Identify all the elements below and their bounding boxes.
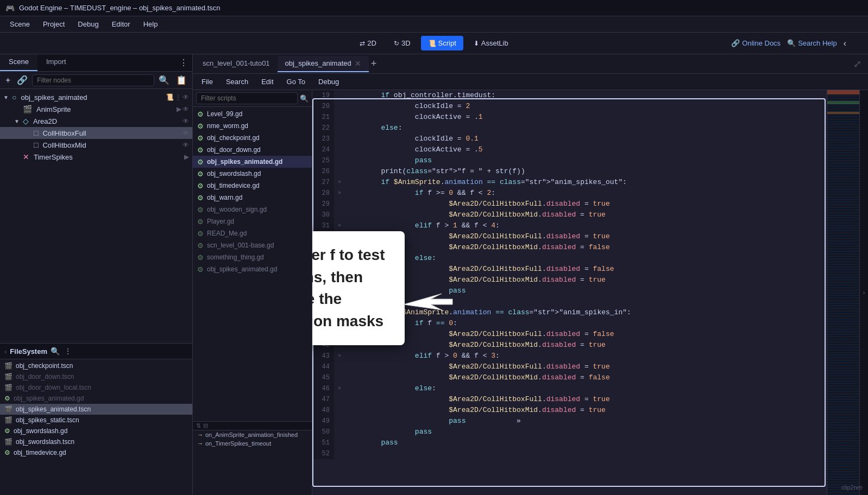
link-node-button[interactable]: 🔗 bbox=[15, 74, 30, 86]
line-content[interactable]: $Area2D/CollHitboxFull.disabled = false bbox=[345, 329, 827, 340]
line-content[interactable]: pass bbox=[345, 285, 827, 296]
line-content[interactable]: print(class="str">"f = " + str(f)) bbox=[345, 166, 827, 177]
search-nodes-button[interactable]: 🔍 bbox=[156, 74, 172, 86]
minimap[interactable] bbox=[827, 90, 859, 495]
search-help-button[interactable]: 🔍 Search Help bbox=[787, 39, 837, 47]
line-content[interactable]: $Area2D/CollHitboxFull.disabled = true bbox=[345, 394, 827, 405]
line-fold-indicator[interactable]: » bbox=[334, 318, 345, 329]
file-item-obj-timedevice-gd[interactable]: ⚙ obj_timedevice.gd bbox=[0, 447, 192, 458]
menu-debug[interactable]: Debug bbox=[72, 18, 104, 30]
line-fold-indicator[interactable] bbox=[334, 112, 345, 123]
script-item-obj-wooden-sign[interactable]: ⚙ obj_wooden_sign.gd bbox=[193, 204, 312, 215]
line-content[interactable]: $Area2D/CollHitboxMid.disabled = true bbox=[345, 340, 827, 351]
line-fold-indicator[interactable] bbox=[334, 437, 345, 448]
line-content[interactable]: pass bbox=[345, 427, 827, 437]
line-fold-indicator[interactable] bbox=[334, 340, 345, 351]
line-fold-indicator[interactable] bbox=[334, 242, 345, 253]
code-view[interactable]: 19 if obj_controller.timedust:20 clockId… bbox=[312, 90, 827, 495]
menu-project[interactable]: Project bbox=[37, 18, 70, 30]
tree-arrow-collapse[interactable]: ▼ bbox=[3, 94, 10, 100]
script-item-scn-level-base[interactable]: ⚙ scn_level_001-base.gd bbox=[193, 239, 312, 251]
line-fold-indicator[interactable]: » bbox=[334, 383, 345, 394]
line-fold-indicator[interactable] bbox=[334, 394, 345, 405]
script-filter-input[interactable] bbox=[196, 92, 298, 104]
assetlib-button[interactable]: ⬇ AssetLib bbox=[467, 36, 515, 50]
line-content[interactable]: elif f > 0 && f < 3: bbox=[345, 351, 827, 361]
menu-editor[interactable]: Editor bbox=[106, 18, 136, 30]
tree-item-area2d[interactable]: ▼ ◇ Area2D 👁 bbox=[0, 115, 192, 127]
tab-scn-level-001[interactable]: scn_level_001-tuto01 bbox=[195, 56, 278, 72]
file-item-obj-swordslash-gd[interactable]: ⚙ obj_swordslash.gd bbox=[0, 426, 192, 436]
line-content[interactable]: if f >= 0 && f < 2: bbox=[345, 188, 827, 199]
script-item-obj-swordslash[interactable]: ⚙ obj_swordslash.gd bbox=[193, 168, 312, 180]
2d-button[interactable]: ⇄ 2D bbox=[353, 36, 383, 50]
line-fold-indicator[interactable] bbox=[334, 123, 345, 134]
tab-import[interactable]: Import bbox=[37, 54, 75, 71]
tree-item-animsprite[interactable]: ▶ 🎬 AnimSprite ▶ 👁 bbox=[0, 103, 192, 115]
signal-collapse-icon[interactable]: ⊟ bbox=[203, 422, 208, 429]
script-debug-menu[interactable]: Debug bbox=[314, 76, 343, 87]
tab-scene[interactable]: Scene bbox=[0, 54, 37, 71]
side-collapse-button[interactable]: › bbox=[859, 90, 868, 495]
scene-options-button[interactable]: 📋 bbox=[174, 74, 189, 86]
line-content[interactable]: $Area2D/CollHitboxMid.disabled = true bbox=[345, 275, 827, 285]
line-content[interactable]: clockIdle = 2 bbox=[345, 101, 827, 112]
script-item-obj-spikes-animated2[interactable]: ⚙ obj_spikes_animated.gd bbox=[193, 263, 312, 275]
line-content[interactable]: if f == 0: bbox=[345, 318, 827, 329]
add-tab-button[interactable]: + bbox=[369, 58, 379, 69]
line-fold-indicator[interactable] bbox=[334, 166, 345, 177]
line-content[interactable]: clockActive = .1 bbox=[345, 112, 827, 123]
script-item-obj-door-down[interactable]: ⚙ obj_door_down.gd bbox=[193, 144, 312, 156]
line-fold-indicator[interactable] bbox=[334, 199, 345, 210]
line-fold-indicator[interactable] bbox=[334, 372, 345, 383]
line-fold-indicator[interactable] bbox=[334, 416, 345, 427]
line-content[interactable]: $Area2D/CollHitboxMid.disabled = true bbox=[345, 210, 827, 220]
line-fold-indicator[interactable] bbox=[334, 448, 345, 459]
script-item-obj-timedevice[interactable]: ⚙ obj_timedevice.gd bbox=[193, 180, 312, 192]
line-fold-indicator[interactable] bbox=[334, 231, 345, 242]
line-fold-indicator[interactable] bbox=[334, 427, 345, 437]
file-item-obj-door-down-tscn[interactable]: 🎬 obj_door_down.tscn bbox=[0, 371, 192, 382]
file-item-obj-checkpoint-tscn[interactable]: 🎬 obj_checkpoint.tscn bbox=[0, 360, 192, 371]
file-item-obj-door-down-local-tscn[interactable]: 🎬 obj_door_down_local.tscn bbox=[0, 382, 192, 393]
script-filter-search-icon[interactable]: 🔍 bbox=[300, 94, 309, 103]
panel-collapse-button[interactable]: ‹ bbox=[844, 39, 846, 48]
line-content[interactable] bbox=[345, 296, 827, 307]
line-fold-indicator[interactable]: » bbox=[334, 253, 345, 264]
filter-nodes-input[interactable] bbox=[32, 74, 154, 86]
script-item-obj-warn[interactable]: ⚙ obj_warn.gd bbox=[193, 192, 312, 204]
line-content[interactable]: elif $AnimSprite.animation == class="str… bbox=[345, 307, 827, 318]
signal-sort-icon[interactable]: ⇅ bbox=[196, 422, 201, 429]
line-fold-indicator[interactable] bbox=[334, 329, 345, 340]
signal-item-timer-spikes[interactable]: → on_TimerSpikes_timeout bbox=[193, 439, 312, 448]
signal-item-animsprite[interactable]: → on_AnimSprite_animation_finished bbox=[193, 430, 312, 439]
line-fold-indicator[interactable]: » bbox=[334, 351, 345, 361]
line-fold-indicator[interactable]: » bbox=[334, 307, 345, 318]
line-fold-indicator[interactable] bbox=[334, 264, 345, 275]
script-search-menu[interactable]: Search bbox=[222, 76, 253, 87]
script-item-read-me[interactable]: ⚙ READ_Me.gd bbox=[193, 227, 312, 239]
script-file-menu[interactable]: File bbox=[197, 76, 217, 87]
line-content[interactable]: else: bbox=[345, 253, 827, 264]
panel-menu-icon[interactable]: ⋮ bbox=[179, 58, 188, 68]
script-item-obj-checkpoint[interactable]: ⚙ obj_checkpoint.gd bbox=[193, 132, 312, 144]
script-item-something-thing[interactable]: ⚙ something_thing.gd bbox=[193, 251, 312, 263]
line-fold-indicator[interactable] bbox=[334, 405, 345, 416]
fs-search-button[interactable]: 🔍 bbox=[49, 346, 61, 357]
script-item-level99[interactable]: ⚙ Level_99.gd bbox=[193, 108, 312, 120]
line-fold-indicator[interactable]: » bbox=[334, 220, 345, 231]
line-fold-indicator[interactable] bbox=[334, 101, 345, 112]
tab-close-button[interactable]: ✕ bbox=[355, 59, 361, 68]
line-content[interactable]: $Area2D/CollHitboxFull.disabled = false bbox=[345, 264, 827, 275]
fs-grid-button[interactable]: ⋮ bbox=[63, 346, 73, 357]
line-fold-indicator[interactable]: » bbox=[334, 177, 345, 188]
line-content[interactable]: else: bbox=[345, 383, 827, 394]
tree-item-coll-hitbox-full[interactable]: ▶ □ CollHitboxFull 👁 bbox=[0, 127, 192, 139]
script-item-obj-spikes-animated[interactable]: ⚙ obj_spikes_animated.gd bbox=[193, 156, 312, 168]
line-fold-indicator[interactable] bbox=[334, 155, 345, 166]
script-item-player[interactable]: ⚙ Player.gd bbox=[193, 215, 312, 227]
tab-obj-spikes[interactable]: obj_spikes_animated ✕ bbox=[278, 56, 369, 72]
fs-collapse-icon[interactable]: ‹ bbox=[4, 347, 7, 356]
line-content[interactable]: clockActive = .5 bbox=[345, 144, 827, 155]
line-fold-indicator[interactable] bbox=[334, 296, 345, 307]
